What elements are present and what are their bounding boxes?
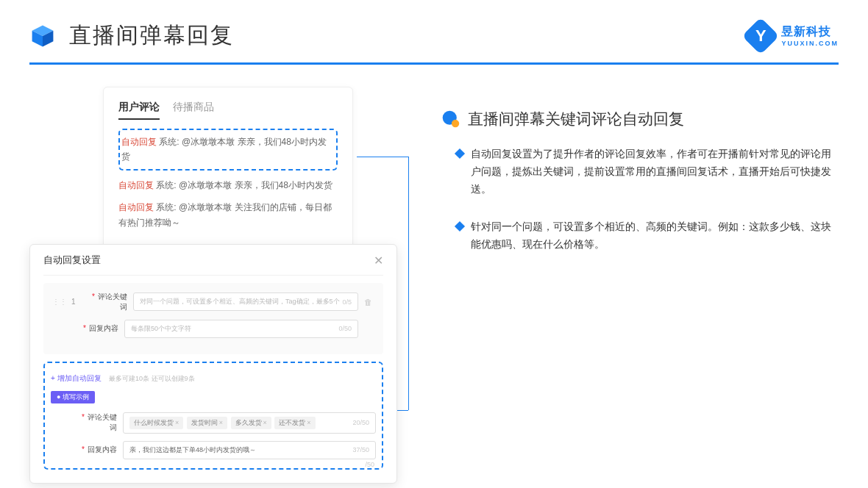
tag-chip[interactable]: 还不发货× xyxy=(274,417,315,429)
trash-icon[interactable]: 🗑 xyxy=(364,298,374,306)
ex-keyword-label: *评论关键词 xyxy=(76,412,117,433)
bullet-item: 针对同一个问题，可设置多个相近的、高频的关键词。例如：这款多少钱、这块能优惠吗、… xyxy=(456,218,839,254)
comment-row: 自动回复 系统: @冰墩墩本墩 亲亲，我们48小时内发货 xyxy=(121,134,335,165)
bullet-text: 自动回复设置为了提升作者的评论回复效率，作者可在开播前针对常见的评论用户问题，提… xyxy=(471,146,839,198)
form-row-keyword: ⋮⋮ 1 *评论关键词 对同一个问题，可设置多个相近、高频的关键词，Tag确定，… xyxy=(52,292,374,312)
form-area: ⋮⋮ 1 *评论关键词 对同一个问题，可设置多个相近、高频的关键词，Tag确定，… xyxy=(43,283,383,354)
comment-row: 自动回复 系统: @冰墩墩本墩 关注我们的店铺，每日都有热门推荐呦～ xyxy=(118,200,338,230)
svg-point-4 xyxy=(452,120,459,127)
settings-title: 自动回复设置 xyxy=(43,254,101,267)
content-input[interactable]: 每条限50个中文字符 0/50 xyxy=(124,320,358,338)
add-reply-link[interactable]: + 增加自动回复 xyxy=(51,374,102,382)
comments-panel: 用户评论 待播商品 自动回复 系统: @冰墩墩本墩 亲亲，我们48小时内发货 自… xyxy=(103,87,353,251)
cube-icon xyxy=(29,23,56,49)
example-row-keyword: *评论关键词 什么时候发货× 发货时间× 多久发货× 还不发货× 20/50 xyxy=(51,412,376,434)
comment-text: 系统: @冰墩墩本墩 亲亲，我们48小时内发货 xyxy=(156,180,332,190)
row-number: 1 xyxy=(71,298,86,306)
settings-header: 自动回复设置 ✕ xyxy=(43,254,383,276)
tab-products[interactable]: 待播商品 xyxy=(173,101,214,120)
counter: 0/50 xyxy=(338,325,352,332)
counter: 0/5 xyxy=(342,298,352,306)
example-badge: ● 填写示例 xyxy=(51,391,95,403)
content: 用户评论 待播商品 自动回复 系统: @冰墩墩本墩 亲亲，我们48小时内发货 自… xyxy=(0,87,868,484)
example-row-content: *回复内容 亲，我们这边都是下单48小时内发货的哦～ 37/50 xyxy=(51,441,376,459)
placeholder: 对同一个问题，可设置多个相近、高频的关键词，Tag确定，最多5个 xyxy=(140,297,340,306)
ex-keyword-input[interactable]: 什么时候发货× 发货时间× 多久发货× 还不发货× 20/50 xyxy=(123,412,376,434)
brand-text: 昱新科技 YUUXIN.COM xyxy=(781,24,839,47)
auto-reply-tag: 自动回复 xyxy=(118,180,154,190)
tag-chip[interactable]: 发货时间× xyxy=(187,417,227,429)
divider xyxy=(29,62,839,65)
content-label: *回复内容 xyxy=(77,323,118,334)
close-icon[interactable]: ✕ xyxy=(374,254,383,268)
counter: 20/50 xyxy=(352,419,369,426)
bullet-item: 自动回复设置为了提升作者的评论回复效率，作者可在开播前针对常见的评论用户问题，提… xyxy=(456,146,839,198)
auto-reply-tag: 自动回复 xyxy=(121,137,157,147)
form-row-content: *回复内容 每条限50个中文字符 0/50 xyxy=(52,320,374,338)
settings-panel: 自动回复设置 ✕ ⋮⋮ 1 *评论关键词 对同一个问题，可设置多个相近、高频的关… xyxy=(29,244,397,484)
header: 直播间弹幕回复 Y 昱新科技 YUUXIN.COM xyxy=(0,0,868,62)
brand-domain: YUUXIN.COM xyxy=(781,40,839,47)
keyword-input[interactable]: 对同一个问题，可设置多个相近、高频的关键词，Tag确定，最多5个 0/5 xyxy=(133,293,358,311)
connector-line xyxy=(408,157,409,410)
counter: 37/50 xyxy=(352,446,369,453)
diamond-icon xyxy=(455,148,465,159)
auto-reply-tag: 自动回复 xyxy=(118,202,154,212)
extra-counter: /50 xyxy=(365,461,374,468)
brand: Y 昱新科技 YUUXIN.COM xyxy=(747,23,839,49)
connector-line xyxy=(357,157,408,157)
right-column: 直播间弹幕关键词评论自动回复 自动回复设置为了提升作者的评论回复效率，作者可在开… xyxy=(441,87,839,484)
brand-icon: Y xyxy=(742,17,780,54)
diamond-icon xyxy=(455,221,465,232)
ex-content-text: 亲，我们这边都是下单48小时内发货的哦～ xyxy=(129,445,256,455)
header-left: 直播间弹幕回复 xyxy=(29,21,234,51)
keyword-label: *评论关键词 xyxy=(86,292,127,312)
tabs: 用户评论 待播商品 xyxy=(118,101,338,120)
drag-handle-icon[interactable]: ⋮⋮ xyxy=(52,298,67,306)
placeholder: 每条限50个中文字符 xyxy=(131,324,191,334)
ex-content-input[interactable]: 亲，我们这边都是下单48小时内发货的哦～ 37/50 xyxy=(123,441,376,459)
page-title: 直播间弹幕回复 xyxy=(69,21,234,51)
tag-chip[interactable]: 多久发货× xyxy=(231,417,271,429)
chat-bubble-icon xyxy=(441,110,460,129)
comment-row: 自动回复 系统: @冰墩墩本墩 亲亲，我们48小时内发货 xyxy=(118,178,338,193)
subtitle: 直播间弹幕关键词评论自动回复 xyxy=(468,109,684,129)
left-column: 用户评论 待播商品 自动回复 系统: @冰墩墩本墩 亲亲，我们48小时内发货 自… xyxy=(29,87,412,484)
brand-name: 昱新科技 xyxy=(781,25,831,37)
example-box: + 增加自动回复 最多可建10条 还可以创建9条 ● 填写示例 *评论关键词 什… xyxy=(43,362,383,470)
ex-content-label: *回复内容 xyxy=(76,445,117,455)
tag-chip[interactable]: 什么时候发货× xyxy=(129,417,183,429)
bullet-text: 针对同一个问题，可设置多个相近的、高频的关键词。例如：这款多少钱、这块能优惠吗、… xyxy=(471,218,839,254)
highlighted-comment: 自动回复 系统: @冰墩墩本墩 亲亲，我们48小时内发货 xyxy=(118,129,338,171)
subtitle-row: 直播间弹幕关键词评论自动回复 xyxy=(441,109,839,129)
tab-comments[interactable]: 用户评论 xyxy=(118,101,160,120)
add-hint: 最多可建10条 还可以创建9条 xyxy=(109,375,195,382)
